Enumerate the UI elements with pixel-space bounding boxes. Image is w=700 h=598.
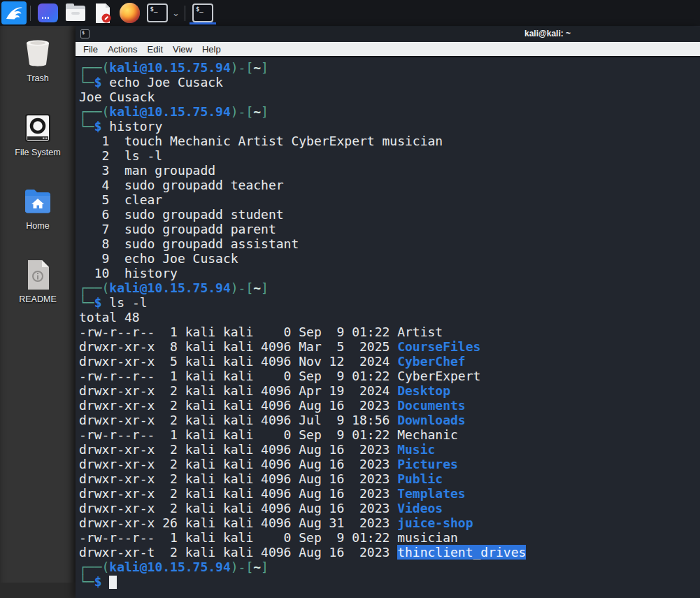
terminal-window-task-button[interactable] [189,1,217,24]
terminal-line: 7 sudo groupadd parent [79,222,700,236]
home-folder-icon [0,185,76,218]
kali-desktop-screen: ⌄ Trash [0,0,700,598]
desktop-icon-readme[interactable]: README [0,258,76,304]
terminal-line: drwxr-xr-x 2 kali kali 4096 Aug 16 2023 … [79,398,700,413]
document-edit-icon [93,3,113,24]
terminal-line: -rw-r--r-- 1 kali kali 0 Sep 9 01:22 Art… [79,325,700,339]
terminal-line: drwxr-xr-x 2 kali kali 4096 Aug 16 2023 … [79,501,700,515]
firefox-icon [120,3,140,23]
terminal-line: 2 ls -l [79,148,700,163]
desktop-icon-trash[interactable]: Trash [0,37,76,83]
desktop-icon-label: File System [0,148,76,157]
terminal-line: └─$ echo Joe Cusack [79,75,700,90]
terminal-line: drwxr-xr-x 8 kali kali 4096 Mar 5 2025 C… [79,339,700,354]
active-task-underline [190,22,216,24]
terminal-line: Joe Cusack [79,90,700,104]
folder-icon [65,3,86,23]
terminal-line: drwxr-xr-x 2 kali kali 4096 Aug 16 2023 … [79,442,700,457]
terminal-line: 5 clear [79,192,700,207]
purple-app-icon [38,3,58,22]
taskbar-separator [30,6,31,21]
file-manager-launcher[interactable] [64,3,86,23]
terminal-icon [147,3,168,22]
firefox-launcher[interactable] [119,3,141,23]
terminal-window: kali@kali: ~ File Actions Edit View Help… [76,27,700,598]
desktop-bottom-band [0,583,76,598]
menu-view[interactable]: View [168,43,197,56]
window-terminal-icon [80,29,90,38]
taskbar-separator-2 [185,6,185,21]
trash-icon [0,37,76,71]
terminal-line: ┌──(kali@10.15.75.94)-[~] [79,560,700,574]
terminal-line: drwxr-xr-x 2 kali kali 4096 Aug 16 2023 … [79,457,700,471]
desktop-icon-label: Trash [0,73,76,83]
terminal-line: ┌──(kali@10.15.75.94)-[~] [79,104,700,119]
terminal-line: -rw-r--r-- 1 kali kali 0 Sep 9 01:22 mus… [79,530,700,545]
desktop-icon-home[interactable]: Home [0,185,76,231]
desktop-icon-file-system[interactable]: File System [0,111,76,157]
terminal-line: ┌──(kali@10.15.75.94)-[~] [79,280,700,295]
terminal-line: -rw-r--r-- 1 kali kali 0 Sep 9 01:22 Mec… [79,427,700,442]
terminal-line: drwxr-xr-x 2 kali kali 4096 Aug 16 2023 … [79,471,700,486]
terminal-line: 10 history [79,266,700,280]
drive-icon [0,111,76,145]
app-launcher-purple[interactable] [37,3,59,23]
terminal-line: 1 touch Mechanic Artist CyberExpert musi… [79,134,700,148]
menu-edit[interactable]: Edit [143,43,168,56]
menu-help[interactable]: Help [197,43,226,56]
terminal-line: └─$ [79,574,700,589]
terminal-line: 6 sudo groupadd student [79,207,700,222]
terminal-line: drwxr-xr-x 5 kali kali 4096 Nov 12 2024 … [79,354,700,369]
terminal-line: drwxr-xr-x 26 kali kali 4096 Aug 31 2023… [79,515,700,530]
kali-dragon-icon [5,4,23,22]
menu-actions[interactable]: Actions [103,43,143,56]
terminal-line: drwxr-xr-x 2 kali kali 4096 Jul 9 18:56 … [79,413,700,427]
terminal-line: drwxr-xr-t 2 kali kali 4096 Aug 16 2023 … [79,545,700,560]
window-title: kali@kali: ~ [524,29,571,38]
terminal-line: total 48 [79,310,700,325]
menu-file[interactable]: File [78,43,103,56]
menubar: File Actions Edit View Help [76,42,700,57]
desktop-icon-label: Home [0,221,76,231]
desktop: Trash File System [0,26,76,598]
terminal-line: 9 echo Joe Cusack [79,251,700,266]
terminal-line: └─$ ls -l [79,295,700,310]
terminal-line: 8 sudo groupadd assistant [79,236,700,251]
desktop-icon-label: README [0,294,76,304]
readme-document-icon [0,258,76,292]
terminal-line: 4 sudo groupadd teacher [79,178,700,192]
terminal-line: drwxr-xr-x 2 kali kali 4096 Apr 19 2024 … [79,383,700,398]
terminal-screen[interactable]: ┌──(kali@10.15.75.94)-[~]└─$ echo Joe Cu… [76,57,700,597]
window-titlebar[interactable]: kali@kali: ~ [76,27,700,42]
terminal-line: └─$ history [79,119,700,134]
terminal-line: ┌──(kali@10.15.75.94)-[~] [79,60,700,75]
kali-menu-button[interactable] [1,1,27,24]
terminal-line: 3 man groupadd [79,163,700,178]
terminal-cursor [109,576,117,589]
terminal-line: drwxr-xr-x 2 kali kali 4096 Aug 16 2023 … [79,486,700,501]
terminal-line: -rw-r--r-- 1 kali kali 0 Sep 9 01:22 Cyb… [79,369,700,383]
taskbar: ⌄ [0,0,700,26]
text-editor-launcher[interactable] [92,3,113,23]
chevron-down-icon[interactable]: ⌄ [172,8,180,18]
terminal-launcher[interactable] [146,3,168,23]
terminal-icon-active [192,3,213,22]
